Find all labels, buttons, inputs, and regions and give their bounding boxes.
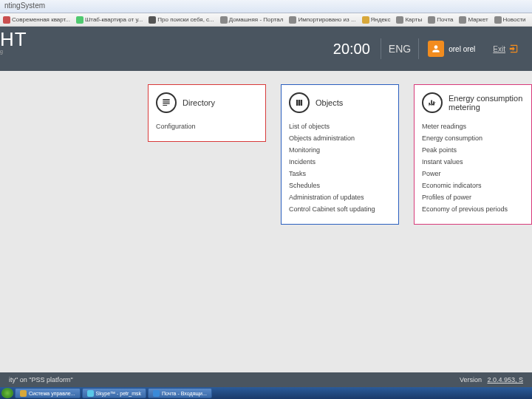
taskbar-icon bbox=[153, 390, 160, 397]
card-list: Meter readingsEnergy consumptionPeak poi… bbox=[422, 120, 524, 215]
taskbar-label: Skype™ - petr_msk bbox=[96, 391, 141, 396]
bookmark-icon bbox=[220, 16, 228, 24]
taskbar-label: Система управле... bbox=[29, 391, 75, 396]
browser-titlebar: ntingSystem bbox=[0, 0, 532, 13]
bookmark-label: Маркет bbox=[468, 16, 488, 23]
start-button[interactable] bbox=[1, 388, 13, 398]
list-item[interactable]: Economy of previous periods bbox=[422, 203, 524, 215]
list-item[interactable]: Objects administration bbox=[289, 132, 391, 144]
list-item[interactable]: Power bbox=[422, 168, 524, 180]
card-header: Directory bbox=[156, 92, 258, 113]
app-header: HT g 20:00 ENG orel orel Exit bbox=[0, 27, 532, 71]
taskbar-item[interactable]: Система управле... bbox=[15, 388, 81, 398]
app-logo: HT g bbox=[0, 30, 27, 54]
card-header: Energy consumption metering bbox=[422, 92, 524, 113]
version-value: 2.0.4.953, S bbox=[487, 376, 523, 383]
bookmark-icon bbox=[459, 16, 466, 24]
version-label: Version bbox=[460, 376, 482, 383]
bookmark-label: Импортировано из ... bbox=[298, 16, 355, 23]
exit-link[interactable]: Exit bbox=[493, 45, 505, 53]
bookmark-item[interactable]: Новости bbox=[493, 16, 528, 24]
bookmark-label: Яндекс bbox=[371, 16, 391, 23]
avatar-icon bbox=[428, 41, 444, 57]
bookmark-item[interactable]: Штаб-квартира от у... bbox=[75, 16, 144, 24]
taskbar-item[interactable]: Почта - Входящи... bbox=[148, 388, 212, 398]
language-selector[interactable]: ENG bbox=[381, 38, 419, 59]
objects-icon bbox=[289, 92, 310, 113]
bookmark-label: Почта bbox=[437, 16, 453, 23]
list-item[interactable]: Monitoring bbox=[289, 144, 391, 156]
clock: 20:00 bbox=[333, 41, 370, 58]
bookmark-icon bbox=[76, 16, 83, 24]
list-item[interactable]: Economic indicators bbox=[422, 180, 524, 191]
bookmark-icon bbox=[494, 16, 502, 24]
list-item[interactable]: Configuration bbox=[156, 120, 258, 132]
list-item[interactable]: Administration of updates bbox=[289, 191, 391, 203]
card-directory: Directory Configuration bbox=[148, 84, 266, 142]
card-list: Configuration bbox=[156, 120, 258, 132]
energy-icon bbox=[422, 92, 443, 113]
bookmark-label: Новости bbox=[503, 16, 526, 23]
taskbar-icon bbox=[20, 390, 27, 397]
card-energy: Energy consumption metering Meter readin… bbox=[414, 84, 532, 225]
bookmark-icon bbox=[3, 16, 10, 24]
bookmark-item[interactable]: Импортировано из ... bbox=[287, 16, 357, 24]
main-content: Directory Configuration Objects List of … bbox=[0, 71, 532, 352]
list-item[interactable]: Meter readings bbox=[422, 120, 524, 132]
bookmark-label: Штаб-квартира от у... bbox=[85, 16, 143, 23]
list-item[interactable]: Energy consumption bbox=[422, 132, 524, 144]
card-header: Objects bbox=[289, 92, 391, 113]
card-title: Energy consumption metering bbox=[449, 94, 524, 112]
card-list: List of objectsObjects administrationMon… bbox=[289, 120, 391, 215]
list-item[interactable]: Profiles of power bbox=[422, 191, 524, 203]
list-item[interactable]: Schedules bbox=[289, 180, 391, 191]
bookmark-icon bbox=[289, 16, 296, 24]
bookmark-icon bbox=[396, 16, 403, 24]
list-item[interactable]: List of objects bbox=[289, 120, 391, 132]
bookmark-icon bbox=[362, 16, 369, 24]
list-item[interactable]: Incidents bbox=[289, 156, 391, 168]
logo-text: HT bbox=[0, 28, 27, 50]
bookmark-item[interactable]: Почта bbox=[426, 16, 454, 24]
windows-taskbar: Система управле...Skype™ - petr_mskПочта… bbox=[0, 387, 532, 399]
taskbar-icon bbox=[87, 390, 94, 397]
bookmark-label: Современная кварт... bbox=[12, 16, 70, 23]
footer-left: ity" on "PSS platform" bbox=[9, 376, 73, 383]
footer-right: Version 2.0.4.953, S bbox=[460, 376, 523, 383]
list-item[interactable]: Tasks bbox=[289, 168, 391, 180]
bookmark-label: Про поиски себя, с... bbox=[157, 16, 214, 23]
bookmark-item[interactable]: Яндекс bbox=[361, 16, 392, 24]
list-item[interactable]: Peak points bbox=[422, 144, 524, 156]
directory-icon bbox=[156, 92, 177, 113]
list-item[interactable]: Control Cabinet soft updating bbox=[289, 203, 391, 215]
exit-icon[interactable] bbox=[508, 44, 519, 54]
taskbar-label: Почта - Входящи... bbox=[162, 391, 207, 396]
bookmark-label: Карты bbox=[405, 16, 422, 23]
bookmark-label: Домашняя - Портал bbox=[229, 16, 284, 23]
bookmark-item[interactable]: Современная кварт... bbox=[1, 16, 72, 24]
username: orel orel bbox=[449, 45, 475, 53]
bookmark-icon bbox=[149, 16, 156, 24]
app-footer: ity" on "PSS platform" Version 2.0.4.953… bbox=[0, 372, 532, 387]
bookmark-item[interactable]: Маркет bbox=[457, 16, 489, 24]
card-title: Objects bbox=[316, 98, 343, 107]
bookmark-item[interactable]: Карты bbox=[395, 16, 423, 24]
taskbar-item[interactable]: Skype™ - petr_msk bbox=[82, 388, 146, 398]
bookmark-item[interactable]: Домашняя - Портал bbox=[219, 16, 285, 24]
bookmarks-bar: Современная кварт...Штаб-квартира от у..… bbox=[0, 13, 532, 27]
bookmark-icon bbox=[428, 16, 435, 24]
card-title: Directory bbox=[183, 98, 215, 107]
list-item[interactable]: Instant values bbox=[422, 156, 524, 168]
card-objects: Objects List of objectsObjects administr… bbox=[281, 84, 399, 225]
user-box[interactable]: orel orel bbox=[428, 41, 475, 57]
bookmark-item[interactable]: Про поиски себя, с... bbox=[147, 16, 216, 24]
